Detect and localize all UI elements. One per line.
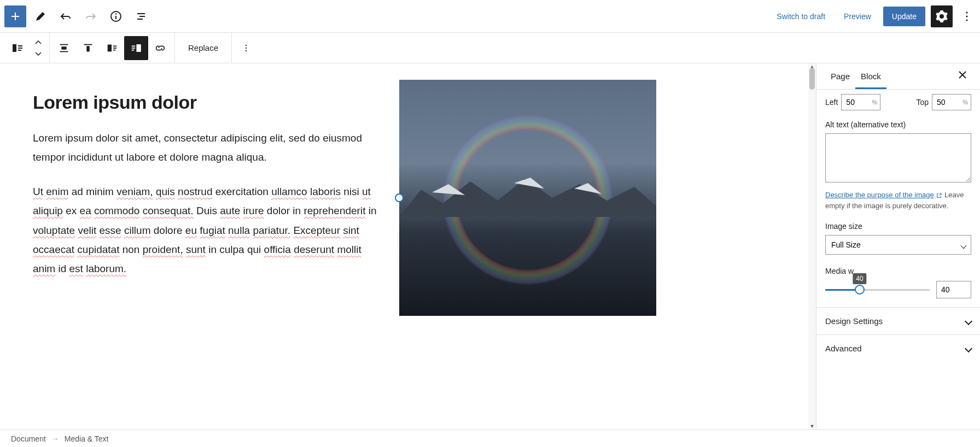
svg-point-8	[966, 11, 967, 13]
media-width-slider[interactable]: 40	[825, 284, 930, 295]
block-more-button[interactable]	[234, 36, 258, 60]
media-width-row: 40	[825, 281, 971, 298]
svg-rect-16	[61, 46, 66, 50]
canvas[interactable]: Lorem ipsum dolor Lorem ipsum dolor sit …	[0, 63, 816, 430]
more-options-group	[232, 33, 260, 63]
alt-help-link[interactable]: Describe the purpose of the image	[825, 191, 934, 199]
preview-button[interactable]: Preview	[837, 8, 878, 25]
scrollbar-thumb[interactable]	[809, 68, 815, 90]
breadcrumb: Document → Media & Text	[0, 430, 980, 447]
block-type-button[interactable]	[5, 36, 30, 60]
percent-suffix: %	[872, 99, 878, 105]
heading[interactable]: Lorem ipsum dolor	[33, 92, 383, 113]
alt-text-help: Describe the purpose of the image Leave …	[825, 190, 971, 211]
move-down-button[interactable]	[30, 48, 47, 59]
breadcrumb-separator: →	[51, 434, 59, 443]
sidebar-tabs: Page Block	[816, 63, 980, 90]
outline-button[interactable]	[130, 5, 152, 27]
media-width-label: Media w	[825, 267, 971, 275]
svg-point-10	[966, 19, 967, 21]
svg-rect-11	[13, 44, 16, 52]
vertical-align-button[interactable]	[76, 36, 100, 60]
list-view-icon	[135, 10, 148, 23]
tab-block[interactable]: Block	[855, 64, 886, 89]
focal-left-label: Left	[825, 98, 838, 107]
editor-header: Switch to draft Preview Update	[0, 0, 980, 33]
block-type-group	[3, 33, 50, 63]
media-image[interactable]	[399, 80, 656, 316]
update-button[interactable]: Update	[883, 7, 925, 26]
focal-point-row: Left % Top %	[825, 94, 971, 110]
header-left-tools	[4, 5, 152, 27]
more-menu-button[interactable]	[958, 5, 976, 27]
block-toolbar: Replace	[0, 33, 980, 63]
canvas-wrap: Lorem ipsum dolor Lorem ipsum dolor sit …	[0, 63, 816, 430]
chevron-up-icon	[35, 40, 42, 45]
breadcrumb-root[interactable]: Document	[11, 434, 46, 443]
focal-top: Top %	[916, 94, 971, 110]
svg-point-9	[966, 15, 967, 17]
more-vertical-icon	[960, 10, 973, 23]
svg-marker-32	[432, 184, 465, 195]
scroll-down-arrow[interactable]: ▼	[808, 423, 816, 430]
design-settings-panel: Design Settings	[816, 307, 980, 334]
media-right-button[interactable]	[124, 36, 148, 60]
undo-icon	[59, 10, 72, 23]
percent-suffix: %	[962, 99, 968, 105]
resize-handle[interactable]	[395, 193, 404, 202]
editor-main: Lorem ipsum dolor Lorem ipsum dolor sit …	[0, 63, 980, 430]
more-vertical-icon	[241, 43, 252, 54]
undo-button[interactable]	[55, 5, 77, 27]
info-button[interactable]	[105, 5, 127, 27]
close-icon	[958, 70, 967, 79]
svg-point-4	[115, 13, 116, 14]
info-icon	[109, 10, 122, 23]
block-movers	[30, 37, 47, 59]
close-sidebar-button[interactable]	[954, 66, 971, 86]
svg-rect-27	[137, 44, 141, 51]
redo-icon	[84, 10, 97, 23]
paragraph-1[interactable]: Lorem ipsum dolor sit amet, consectetur …	[33, 128, 383, 167]
media-column[interactable]	[399, 80, 656, 316]
paragraph-1-text: Lorem ipsum dolor sit amet, consectetur …	[33, 132, 362, 163]
settings-button[interactable]	[931, 5, 953, 27]
alt-text-input[interactable]	[825, 133, 971, 183]
text-column[interactable]: Lorem ipsum dolor Lorem ipsum dolor sit …	[33, 80, 383, 293]
image-size-select[interactable]: Full Size	[825, 235, 971, 255]
media-width-input[interactable]	[936, 281, 971, 298]
breadcrumb-current[interactable]: Media & Text	[65, 434, 109, 443]
redo-button[interactable]	[80, 5, 102, 27]
image-size-label: Image size	[825, 222, 971, 231]
move-up-button[interactable]	[30, 37, 47, 48]
advanced-toggle[interactable]: Advanced	[816, 335, 980, 362]
chevron-down-icon	[35, 51, 42, 56]
add-block-button[interactable]	[4, 5, 26, 27]
vertical-scrollbar[interactable]: ▲ ▼	[808, 63, 816, 430]
design-settings-toggle[interactable]: Design Settings	[816, 308, 980, 334]
focal-left: Left %	[825, 94, 880, 110]
tab-page[interactable]: Page	[825, 64, 855, 89]
align-center-icon	[58, 42, 70, 54]
link-button[interactable]	[148, 36, 172, 60]
replace-button[interactable]: Replace	[177, 36, 229, 60]
media-left-button[interactable]	[100, 36, 124, 60]
tools-button[interactable]	[30, 5, 51, 27]
align-button[interactable]	[52, 36, 76, 60]
link-icon	[154, 42, 166, 54]
media-text-block[interactable]: Lorem ipsum dolor Lorem ipsum dolor sit …	[33, 80, 783, 316]
focal-top-label: Top	[916, 98, 929, 107]
slider-thumb[interactable]	[855, 285, 865, 295]
paragraph-2[interactable]: Ut enim ad minim veniam, quis nostrud ex…	[33, 182, 383, 278]
advanced-label: Advanced	[825, 344, 862, 353]
external-link-icon	[936, 192, 942, 199]
chevron-down-icon	[965, 344, 972, 352]
switch-to-draft-button[interactable]: Switch to draft	[770, 8, 832, 25]
advanced-panel: Advanced	[816, 334, 980, 362]
gear-icon	[935, 10, 948, 23]
chevron-down-icon	[965, 317, 972, 325]
alt-text-label: Alt text (alternative text)	[825, 120, 971, 129]
block-panel-body: Left % Top % Alt text (alternative text)	[816, 90, 980, 307]
pencil-icon	[34, 10, 47, 23]
design-settings-label: Design Settings	[825, 316, 883, 326]
plus-icon	[9, 10, 22, 23]
